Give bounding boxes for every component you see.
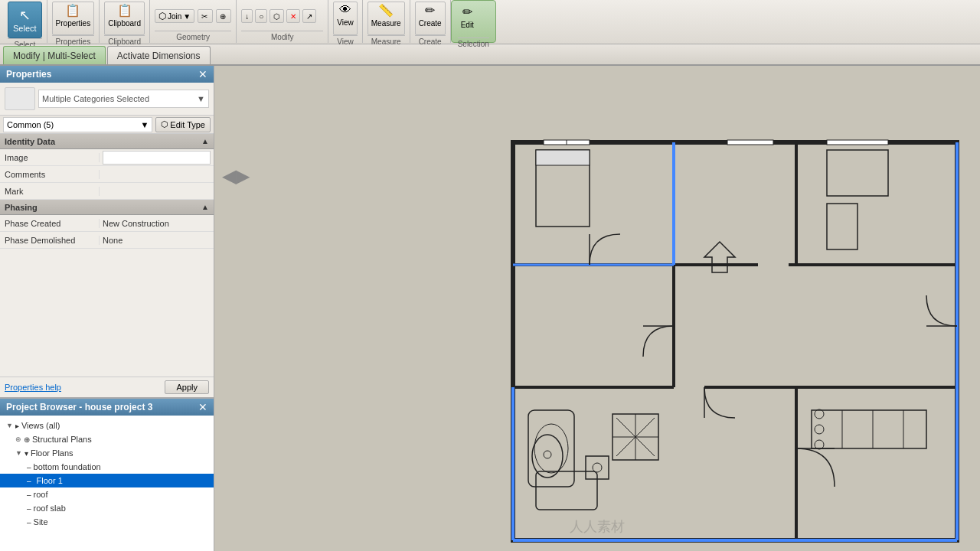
edit-button[interactable]: ✏ Edit bbox=[458, 4, 477, 37]
tree-item-views[interactable]: ▼▸Views (all) bbox=[0, 419, 214, 432]
prop-phase-demolished-value: None bbox=[100, 236, 214, 245]
properties-content: Identity Data ▲ Image Comments Mark bbox=[0, 134, 214, 377]
modify-tool3[interactable]: ⬡ bbox=[270, 9, 284, 23]
watermark: 人人素材 bbox=[570, 517, 625, 536]
tree-item-label: Structural Plans bbox=[32, 435, 92, 444]
tree-item-bottom_foundation[interactable]: –bottom foundation bbox=[0, 460, 214, 474]
project-browser-header: Project Browser - house project 3 ✕ bbox=[0, 399, 214, 416]
properties-help-link[interactable]: Properties help bbox=[5, 383, 61, 392]
clipboard-label: Clipboard bbox=[108, 19, 141, 28]
canvas-area[interactable]: ◀▶ bbox=[214, 66, 980, 551]
tree-expand-icon: ⊕ bbox=[15, 435, 21, 443]
section-identity-data-label: Identity Data bbox=[5, 137, 55, 146]
prop-mark-row: Mark bbox=[0, 183, 214, 200]
properties-panel-close[interactable]: ✕ bbox=[198, 68, 207, 80]
dropdown-arrow: ▼ bbox=[197, 94, 205, 103]
section-phasing-label: Phasing bbox=[5, 203, 38, 212]
tree-item-label: bottom foundation bbox=[34, 462, 101, 471]
tree-item-site[interactable]: –Site bbox=[0, 515, 214, 529]
select-group: ↖ Select Select bbox=[3, 0, 47, 43]
view-group: 👁 View View bbox=[328, 0, 363, 43]
type-selector-text: Multiple Categories Selected bbox=[42, 94, 149, 103]
scroll-indicator-left: ◀▶ bbox=[222, 165, 250, 187]
tree-item-icon: ▸ bbox=[15, 422, 19, 430]
project-browser-tree: ▼▸Views (all)⊕⊕Structural Plans▼▾Floor P… bbox=[0, 416, 214, 551]
modify-tool4[interactable]: ✕ bbox=[286, 9, 300, 23]
geometry-tool2[interactable]: ⊕ bbox=[216, 9, 231, 23]
tab-modify-multiselect-label: Modify | Multi-Select bbox=[13, 51, 96, 61]
prop-mark-label: Mark bbox=[0, 187, 100, 196]
join-button[interactable]: ⬡ Join ▼ bbox=[155, 9, 194, 23]
properties-footer: Properties help Apply bbox=[0, 377, 214, 397]
project-browser-close[interactable]: ✕ bbox=[198, 401, 207, 413]
geometry-tool1[interactable]: ✂ bbox=[198, 9, 213, 23]
tab-activate-dimensions-label: Activate Dimensions bbox=[117, 51, 201, 61]
edit-type-button[interactable]: ⬡ Edit Type bbox=[155, 117, 211, 132]
prop-image-value[interactable] bbox=[100, 151, 214, 165]
measure-label: Measure bbox=[371, 19, 401, 28]
properties-panel: Properties ✕ Multiple Categories Selecte… bbox=[0, 66, 214, 398]
measure-group-label: Measure bbox=[368, 35, 405, 47]
geometry-group-label: Geometry bbox=[155, 31, 231, 43]
category-arrow: ▼ bbox=[140, 120, 149, 129]
tree-item-label: roof bbox=[34, 490, 48, 499]
section-phasing[interactable]: Phasing ▲ bbox=[0, 200, 214, 215]
properties-panel-title: Properties bbox=[6, 69, 51, 80]
category-bar: Common (5) ▼ ⬡ Edit Type bbox=[0, 116, 214, 134]
tree-item-label: Views (all) bbox=[21, 421, 60, 430]
selection-group: ✏ Edit Selection bbox=[451, 0, 496, 43]
tree-item-structural[interactable]: ⊕⊕Structural Plans bbox=[0, 432, 214, 446]
view-label: View bbox=[337, 18, 354, 27]
tree-expand-icon: ▼ bbox=[15, 449, 22, 457]
prop-image-input[interactable] bbox=[103, 151, 211, 165]
tree-item-floor_plans[interactable]: ▼▾Floor Plans bbox=[0, 446, 214, 460]
section-identity-arrow: ▲ bbox=[201, 137, 209, 145]
svg-rect-22 bbox=[827, 140, 888, 145]
edit-label: Edit bbox=[461, 21, 474, 29]
tree-item-icon: – bbox=[27, 504, 31, 513]
project-browser-title: Project Browser - house project 3 bbox=[6, 402, 152, 412]
view-button[interactable]: 👁 View bbox=[333, 2, 358, 35]
create-label: Create bbox=[419, 19, 442, 28]
tab-modify-multiselect[interactable]: Modify | Multi-Select bbox=[3, 46, 106, 64]
tree-item-icon: – bbox=[27, 491, 31, 499]
tree-item-icon: – bbox=[27, 477, 31, 485]
toolbar: ↖ Select Select 📋 Properties Properties … bbox=[0, 0, 980, 44]
modify-tool5[interactable]: ↗ bbox=[302, 9, 316, 23]
main-layout: Properties ✕ Multiple Categories Selecte… bbox=[0, 66, 980, 551]
select-button[interactable]: ↖ Select bbox=[8, 2, 42, 38]
tabbar: Modify | Multi-Select Activate Dimension… bbox=[0, 44, 980, 66]
selection-group-label: Selection bbox=[458, 37, 489, 50]
apply-button[interactable]: Apply bbox=[165, 380, 209, 394]
svg-rect-24 bbox=[536, 150, 590, 165]
prop-comments-row: Comments bbox=[0, 166, 214, 183]
tree-item-icon: ▾ bbox=[24, 449, 28, 458]
modify-tool2[interactable]: ○ bbox=[255, 9, 267, 23]
prop-phase-created-value: New Construction bbox=[100, 219, 214, 228]
type-selector-dropdown[interactable]: Multiple Categories Selected ▼ bbox=[38, 90, 209, 108]
tree-item-roof_slab[interactable]: –roof slab bbox=[0, 501, 214, 515]
category-dropdown[interactable]: Common (5) ▼ bbox=[3, 117, 152, 132]
prop-phase-demolished-row: Phase Demolished None bbox=[0, 232, 214, 249]
prop-phase-created-label: Phase Created bbox=[0, 219, 100, 228]
left-panel: Properties ✕ Multiple Categories Selecte… bbox=[0, 66, 214, 551]
properties-button[interactable]: 📋 Properties bbox=[52, 2, 95, 35]
create-button[interactable]: ✏ Create bbox=[415, 2, 446, 35]
geometry-group: ⬡ Join ▼ ✂ ⊕ Geometry bbox=[150, 0, 237, 43]
tree-item-icon: – bbox=[27, 463, 31, 471]
tab-activate-dimensions[interactable]: Activate Dimensions bbox=[107, 46, 211, 64]
measure-button[interactable]: 📏 Measure bbox=[368, 2, 405, 35]
clipboard-group: 📋 Clipboard Clipboard bbox=[100, 0, 150, 43]
tree-item-icon: – bbox=[27, 518, 31, 527]
properties-panel-header: Properties ✕ bbox=[0, 66, 214, 83]
tree-item-floor_1[interactable]: –Floor 1 bbox=[0, 474, 214, 487]
clipboard-button[interactable]: 📋 Clipboard bbox=[104, 2, 145, 35]
modify-tool1[interactable]: ↓ bbox=[241, 9, 253, 23]
floor-plan-svg bbox=[467, 112, 980, 551]
select-label: Select bbox=[13, 24, 37, 33]
modify-group-label: Modify bbox=[241, 31, 323, 43]
section-identity-data[interactable]: Identity Data ▲ bbox=[0, 134, 214, 149]
project-browser: Project Browser - house project 3 ✕ ▼▸Vi… bbox=[0, 398, 214, 551]
prop-image-label: Image bbox=[0, 153, 100, 162]
tree-item-roof[interactable]: –roof bbox=[0, 487, 214, 501]
